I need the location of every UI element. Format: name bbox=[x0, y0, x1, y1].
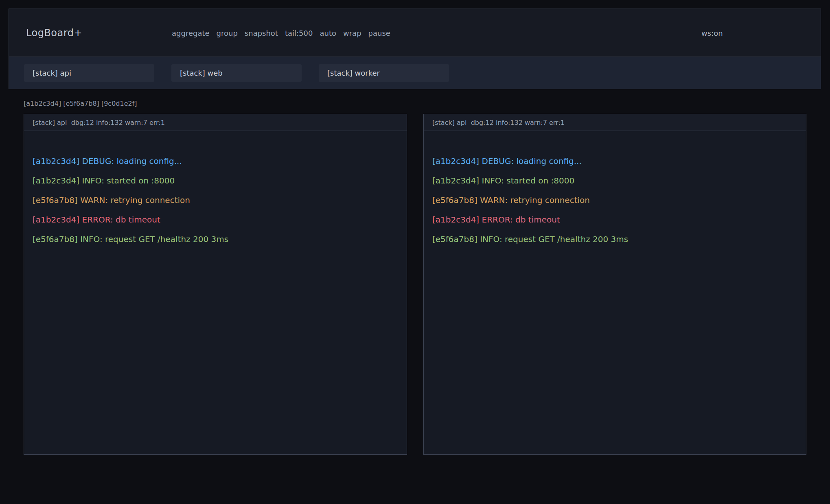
toolbar: aggregate group snapshot tail:500 auto w… bbox=[172, 28, 390, 37]
toolbar-item-snapshot[interactable]: snapshot bbox=[245, 28, 278, 37]
toolbar-item-auto[interactable]: auto bbox=[320, 28, 336, 37]
log-line: [a1b2c3d4] INFO: started on :8000 bbox=[33, 171, 398, 190]
stack-tab-worker[interactable]: [stack] worker bbox=[319, 64, 449, 82]
toolbar-item-aggregate[interactable]: aggregate bbox=[172, 28, 210, 37]
log-line: [e5f6a7b8] INFO: request GET /healthz 20… bbox=[432, 229, 797, 249]
log-panel-right: [stack] api dbg:12 info:132 warn:7 err:1… bbox=[423, 114, 806, 455]
ws-status-badge[interactable]: ws:on bbox=[701, 28, 723, 37]
log-line: [e5f6a7b8] WARN: retrying connection bbox=[33, 190, 398, 210]
app-header: LogBoard+ aggregate group snapshot tail:… bbox=[9, 9, 821, 57]
log-panel-left-header: [stack] api dbg:12 info:132 warn:7 err:1 bbox=[24, 114, 407, 131]
log-line: [a1b2c3d4] DEBUG: loading config... bbox=[33, 151, 398, 171]
stack-tab-api[interactable]: [stack] api bbox=[24, 64, 154, 82]
toolbar-item-wrap[interactable]: wrap bbox=[343, 28, 361, 37]
log-line: [a1b2c3d4] INFO: started on :8000 bbox=[432, 171, 797, 190]
toolbar-item-tail[interactable]: tail:500 bbox=[285, 28, 313, 37]
trace-ids-line: [a1b2c3d4] [e5f6a7b8] [9c0d1e2f] bbox=[24, 100, 137, 107]
log-panel-right-body[interactable]: [a1b2c3d4] DEBUG: loading config... [a1b… bbox=[424, 131, 806, 454]
log-panel-left-body[interactable]: [a1b2c3d4] DEBUG: loading config... [a1b… bbox=[24, 131, 407, 454]
log-line: [a1b2c3d4] ERROR: db timeout bbox=[432, 210, 797, 229]
top-bar: LogBoard+ aggregate group snapshot tail:… bbox=[9, 9, 821, 89]
log-line: [e5f6a7b8] INFO: request GET /healthz 20… bbox=[33, 229, 398, 249]
log-panel-left: [stack] api dbg:12 info:132 warn:7 err:1… bbox=[24, 114, 407, 455]
log-line: [a1b2c3d4] DEBUG: loading config... bbox=[432, 151, 797, 171]
stack-tab-web[interactable]: [stack] web bbox=[171, 64, 302, 82]
toolbar-item-pause[interactable]: pause bbox=[368, 28, 390, 37]
log-line: [e5f6a7b8] WARN: retrying connection bbox=[432, 190, 797, 210]
toolbar-item-group[interactable]: group bbox=[217, 28, 238, 37]
log-panel-right-header: [stack] api dbg:12 info:132 warn:7 err:1 bbox=[424, 114, 806, 131]
log-line: [a1b2c3d4] ERROR: db timeout bbox=[33, 210, 398, 229]
app-title: LogBoard+ bbox=[26, 27, 82, 39]
stack-tabs: [stack] api [stack] web [stack] worker bbox=[9, 57, 821, 89]
